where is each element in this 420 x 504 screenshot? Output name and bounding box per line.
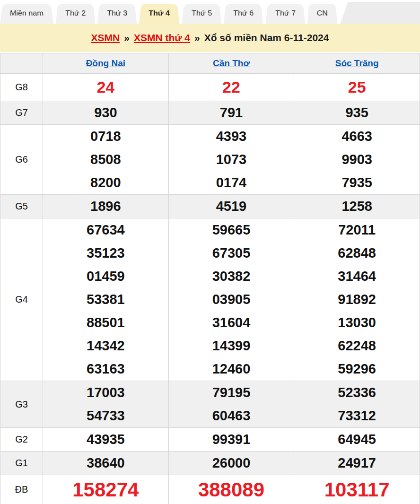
- breadcrumb-link-xsmn-thu4[interactable]: XSMN thứ 4: [134, 32, 190, 43]
- result-cell: 935: [294, 101, 420, 125]
- result-number: 54733: [43, 404, 168, 427]
- result-cell: 43935: [43, 428, 169, 452]
- result-number: 03905: [169, 288, 294, 311]
- result-number: 17003: [43, 381, 168, 404]
- result-number: 99391: [169, 428, 294, 451]
- prize-row-g4: G467634351230145953381885011434263163596…: [0, 218, 420, 381]
- result-number: 4393: [169, 125, 294, 148]
- result-number: 60463: [169, 404, 294, 427]
- result-number: 88501: [43, 311, 168, 334]
- result-cell: 930: [43, 101, 169, 125]
- breadcrumb: XSMN » XSMN thứ 4 » Xổ số miền Nam 6-11-…: [0, 24, 420, 52]
- result-number: 103117: [294, 475, 420, 504]
- prize-label: G7: [0, 101, 43, 125]
- result-number: 13030: [294, 311, 420, 334]
- result-number: 24: [43, 74, 168, 101]
- result-number: 12460: [169, 357, 294, 381]
- result-number: 01459: [43, 265, 168, 288]
- prize-row-g2: G2439359939164945: [0, 428, 420, 452]
- prize-label: G5: [0, 195, 43, 218]
- result-number: 14399: [169, 334, 294, 357]
- tab-thứ-3[interactable]: Thứ 3: [97, 4, 137, 24]
- result-number: 52336: [294, 381, 420, 404]
- tab-cn[interactable]: CN: [307, 4, 337, 24]
- result-cell: 791: [168, 101, 294, 125]
- result-cell: 59665673053038203905316041439912460: [168, 218, 294, 381]
- result-number: 930: [43, 101, 168, 124]
- result-number: 0174: [169, 171, 294, 194]
- result-number: 62848: [294, 242, 420, 265]
- result-number: 59296: [294, 357, 420, 381]
- tabbar-filler: [341, 2, 420, 24]
- result-number: 38640: [43, 452, 168, 475]
- result-cell: 071885088200: [43, 125, 169, 195]
- corner-cell: [0, 53, 43, 74]
- result-cell: 26000: [168, 452, 294, 475]
- tab-mien-nam[interactable]: Miền nam: [0, 4, 53, 24]
- prize-label: G4: [0, 218, 43, 381]
- result-number: 24917: [294, 452, 420, 475]
- result-number: 91892: [294, 288, 420, 311]
- prize-label: G1: [0, 452, 43, 475]
- prize-row-đb: ĐB158274388089103117: [0, 475, 420, 504]
- result-cell: 1258: [294, 195, 420, 218]
- result-number: 67634: [43, 218, 168, 242]
- province-header-row: Đồng Nai Cần Thơ Sóc Trăng: [0, 53, 420, 74]
- result-number: 4519: [169, 195, 294, 218]
- result-cell: 38640: [43, 452, 169, 475]
- result-number: 72011: [294, 218, 420, 242]
- result-cell: 4519: [168, 195, 294, 218]
- tab-thứ-2[interactable]: Thứ 2: [56, 4, 95, 24]
- result-cell: 158274: [43, 475, 169, 504]
- province-header-dong-nai: Đồng Nai: [43, 53, 169, 74]
- result-cell: 24917: [294, 452, 420, 475]
- tab-thứ-6[interactable]: Thứ 6: [224, 4, 263, 24]
- result-cell: 1896: [43, 195, 169, 218]
- result-cell: 466399037935: [294, 125, 420, 195]
- result-number: 59665: [169, 218, 294, 242]
- tab-thứ-7[interactable]: Thứ 7: [266, 4, 305, 24]
- prize-label: G3: [0, 381, 43, 428]
- result-cell: 99391: [168, 428, 294, 452]
- prize-label: ĐB: [0, 475, 43, 504]
- province-link-soc-trang[interactable]: Sóc Trăng: [335, 58, 379, 68]
- prize-label: G8: [0, 74, 43, 101]
- result-number: 22: [169, 74, 294, 101]
- result-number: 73312: [294, 404, 420, 427]
- result-cell: 439310730174: [168, 125, 294, 195]
- result-cell: 1700354733: [43, 381, 169, 428]
- tab-thứ-4[interactable]: Thứ 4: [139, 4, 179, 24]
- result-number: 64945: [294, 428, 420, 451]
- result-number: 7935: [294, 171, 420, 194]
- prize-row-g1: G1386402600024917: [0, 452, 420, 475]
- results-table: Đồng Nai Cần Thơ Sóc Trăng G8242225G7930…: [0, 53, 420, 504]
- province-header-can-tho: Cần Thơ: [168, 53, 294, 74]
- prize-row-g7: G7930791935: [0, 101, 420, 125]
- result-cell: 24: [43, 74, 169, 101]
- tab-thứ-5[interactable]: Thứ 5: [182, 4, 221, 24]
- result-number: 791: [169, 101, 294, 124]
- result-number: 43935: [43, 428, 168, 451]
- result-number: 53381: [43, 288, 168, 311]
- province-header-soc-trang: Sóc Trăng: [294, 53, 420, 74]
- result-cell: 72011628483146491892130306224859296: [294, 218, 420, 381]
- results-body: G8242225G7930791935G60718850882004393107…: [0, 74, 420, 504]
- result-number: 62248: [294, 334, 420, 357]
- result-number: 935: [294, 101, 420, 124]
- result-number: 79195: [169, 381, 294, 404]
- result-number: 1896: [43, 195, 168, 218]
- result-number: 8200: [43, 171, 168, 194]
- province-link-can-tho[interactable]: Cần Thơ: [213, 58, 250, 68]
- breadcrumb-separator: »: [194, 32, 200, 43]
- breadcrumb-link-xsmn[interactable]: XSMN: [91, 32, 120, 43]
- prize-row-g5: G5189645191258: [0, 195, 420, 218]
- result-number: 1073: [169, 148, 294, 171]
- result-number: 158274: [43, 475, 168, 504]
- result-number: 35123: [43, 242, 168, 265]
- prize-row-g3: G3170035473379195604635233673312: [0, 381, 420, 428]
- result-number: 63163: [43, 357, 168, 381]
- result-number: 31604: [169, 311, 294, 334]
- province-link-dong-nai[interactable]: Đồng Nai: [86, 58, 125, 68]
- result-cell: 25: [294, 74, 420, 101]
- result-number: 31464: [294, 265, 420, 288]
